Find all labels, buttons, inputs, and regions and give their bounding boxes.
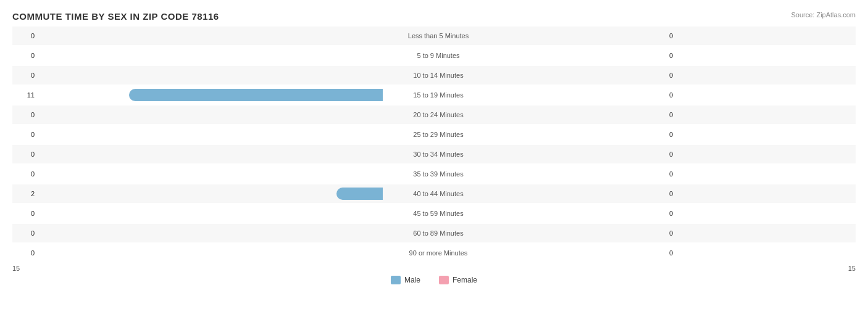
row-label: 10 to 14 Minutes [383,72,494,79]
row-label: 90 or more Minutes [383,249,494,257]
female-bar-container [494,145,667,163]
male-bar-container [37,46,383,65]
axis-left-label: 15 [12,265,20,272]
table-row: 0 90 or more Minutes 0 [12,244,856,262]
male-value: 0 [12,72,37,79]
male-bar-container [37,244,383,262]
female-bar-container [494,27,667,45]
male-bar-container [37,105,383,124]
table-row: 0 10 to 14 Minutes 0 [12,66,856,85]
table-row: 2 40 to 44 Minutes 0 [12,184,856,203]
rows-wrapper: 0 Less than 5 Minutes 0 0 5 to 9 Minutes [12,27,856,262]
table-row: 0 35 to 39 Minutes 0 [12,165,856,183]
male-value: 0 [12,170,37,178]
male-value: 0 [12,249,37,257]
female-bar-container [494,244,667,262]
table-row: 0 Less than 5 Minutes 0 [12,27,856,45]
table-row: 0 5 to 9 Minutes 0 [12,46,856,65]
table-row: 11 15 to 19 Minutes 0 [12,86,856,104]
table-row: 0 20 to 24 Minutes 0 [12,105,856,124]
row-label: 25 to 29 Minutes [383,131,494,138]
female-legend-label: Female [453,276,477,284]
male-value: 0 [12,111,37,118]
legend-male: Male [391,276,420,284]
chart-container: COMMUTE TIME BY SEX IN ZIP CODE 78116 So… [0,0,868,322]
female-value: 0 [667,52,691,59]
female-bar-container [494,184,667,203]
male-value: 2 [12,190,37,197]
male-bar-container [37,145,383,163]
female-bar-container [494,165,667,183]
male-bar-container [37,27,383,45]
row-label: 15 to 19 Minutes [383,91,494,99]
male-bar [129,89,383,101]
female-legend-box [439,276,449,284]
legend: Male Female [12,276,856,284]
row-label: 20 to 24 Minutes [383,111,494,118]
female-value: 0 [667,151,691,158]
row-label: 5 to 9 Minutes [383,52,494,59]
source-label: Source: ZipAtlas.com [791,11,856,19]
female-value: 0 [667,111,691,118]
row-label: Less than 5 Minutes [383,32,494,39]
female-value: 0 [667,170,691,178]
male-bar-container [37,224,383,242]
male-value: 0 [12,210,37,217]
male-bar-container [37,204,383,223]
axis-right-label: 15 [848,265,856,272]
female-bar-container [494,66,667,85]
female-value: 0 [667,249,691,257]
female-value: 0 [667,72,691,79]
male-bar-container [37,184,383,203]
male-value: 0 [12,151,37,158]
male-value: 0 [12,229,37,237]
male-value: 0 [12,52,37,59]
row-label: 60 to 89 Minutes [383,229,494,237]
female-bar-container [494,46,667,65]
female-value: 0 [667,91,691,99]
row-label: 35 to 39 Minutes [383,170,494,178]
axis-bottom: 15 15 [12,265,856,272]
row-label: 30 to 34 Minutes [383,151,494,158]
female-bar-container [494,86,667,104]
row-label: 45 to 59 Minutes [383,210,494,217]
table-row: 0 30 to 34 Minutes 0 [12,145,856,163]
male-bar [336,188,383,200]
male-legend-box [391,276,401,284]
table-row: 0 25 to 29 Minutes 0 [12,125,856,144]
female-bar-container [494,224,667,242]
male-value: 11 [12,91,37,99]
female-bar-container [494,105,667,124]
female-value: 0 [667,210,691,217]
male-legend-label: Male [404,276,420,284]
male-value: 0 [12,32,37,39]
male-bar-container [37,165,383,183]
male-bar-container [37,86,383,104]
female-value: 0 [667,229,691,237]
male-bar-container [37,125,383,144]
female-bar-container [494,204,667,223]
legend-female: Female [439,276,477,284]
female-value: 0 [667,131,691,138]
table-row: 0 60 to 89 Minutes 0 [12,224,856,242]
chart-title: COMMUTE TIME BY SEX IN ZIP CODE 78116 [12,11,856,22]
female-bar-container [494,125,667,144]
male-bar-container [37,66,383,85]
row-label: 40 to 44 Minutes [383,190,494,197]
male-value: 0 [12,131,37,138]
female-value: 0 [667,190,691,197]
female-value: 0 [667,32,691,39]
table-row: 0 45 to 59 Minutes 0 [12,204,856,223]
